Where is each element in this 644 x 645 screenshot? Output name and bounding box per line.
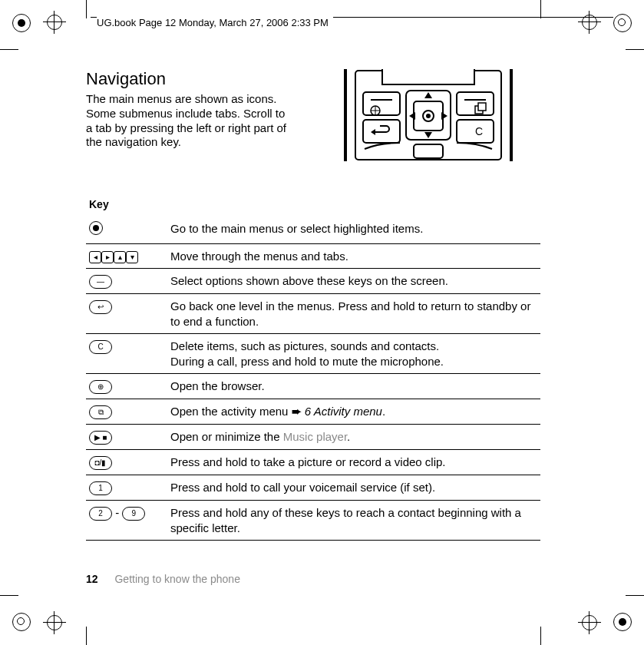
crop-tick-top-right-v — [540, 0, 541, 18]
phone-illustration: C — [316, 69, 540, 161]
svg-text:C: C — [475, 125, 483, 137]
table-row: ◂▸▴▾ Move through the menus and tabs. — [86, 243, 540, 269]
keys-2-9-icon: 2 - 9 — [86, 501, 167, 541]
activity-key-icon: ⧉ — [89, 405, 112, 419]
svg-rect-0 — [344, 69, 347, 161]
crop-cross-top-right — [578, 11, 601, 34]
back-key-icon: ↩ — [89, 300, 112, 314]
crop-tick-right-top-h — [626, 49, 644, 50]
key-1-icon: 1 — [89, 481, 112, 495]
header-text: UG.book Page 12 Monday, March 27, 2006 2… — [97, 17, 333, 28]
crop-tick-left-top-h — [0, 49, 18, 50]
softkey-icon: — — [89, 275, 112, 289]
svg-rect-4 — [363, 92, 400, 115]
table-row: ▶ ■ Open or minimize the Music player. — [86, 425, 540, 450]
svg-rect-24 — [414, 144, 443, 158]
key-desc: Select options shown above these keys on… — [167, 269, 540, 294]
crop-tick-bottom-right-v — [540, 627, 541, 645]
reg-mark-bottom-left — [12, 613, 31, 631]
key-desc: Press and hold to call your voicemail se… — [167, 475, 540, 501]
key-desc: Go to the main menus or select highlight… — [167, 217, 540, 243]
dpad-arrows-icon: ◂▸▴▾ — [86, 243, 167, 269]
globe-key-icon: ⊕ — [89, 380, 112, 394]
key-desc: Open or minimize the Music player. — [167, 425, 540, 450]
key-table: Go to the main menus or select highlight… — [86, 217, 540, 541]
key-desc: Press and hold to take a picture or reco… — [167, 450, 540, 475]
arrow-right-icon: ➨ — [292, 405, 302, 418]
page-content: Navigation The main menus are shown as i… — [86, 69, 540, 541]
crop-cross-bottom-left — [43, 611, 66, 634]
svg-rect-1 — [510, 69, 513, 161]
key-desc: Open the browser. — [167, 374, 540, 399]
svg-point-19 — [426, 114, 431, 118]
key-desc: Open the activity menu ➨ 6 Activity menu… — [167, 399, 540, 425]
svg-rect-12 — [478, 103, 486, 111]
table-row: ⧉ Open the activity menu ➨ 6 Activity me… — [86, 399, 540, 425]
crop-tick-right-bottom-h — [626, 595, 644, 596]
table-row: ◘/▮ Press and hold to take a picture or … — [86, 450, 540, 475]
reg-mark-top-right — [613, 14, 632, 32]
table-row: ↩ Go back one level in the menus. Press … — [86, 294, 540, 334]
crop-cross-top-left — [43, 11, 66, 34]
key-desc: Press and hold any of these keys to reac… — [167, 501, 540, 541]
crop-tick-left-bottom-h — [0, 595, 18, 596]
svg-rect-3 — [382, 69, 474, 84]
key-desc: Move through the menus and tabs. — [167, 243, 540, 269]
section-intro: The main menus are shown as icons. Some … — [86, 92, 293, 150]
key-table-heading: Key — [86, 198, 540, 210]
table-row: 1 Press and hold to call your voicemail … — [86, 475, 540, 501]
play-key-icon: ▶ ■ — [89, 431, 112, 445]
phone-keypad-icon: C — [340, 69, 517, 161]
reg-mark-top-left — [12, 14, 31, 32]
page-footer: 12 Getting to know the phone — [86, 573, 240, 585]
crop-tick-top-left-v — [86, 0, 87, 18]
camera-key-icon: ◘/▮ — [89, 456, 112, 470]
crop-tick-bottom-left-v — [86, 627, 87, 645]
page-number: 12 — [86, 573, 98, 585]
crop-cross-bottom-right — [578, 611, 601, 634]
table-row: C Delete items, such as pictures, sounds… — [86, 334, 540, 374]
section-title: Navigation — [86, 69, 293, 89]
reg-mark-bottom-right — [613, 613, 632, 631]
key-desc: Go back one level in the menus. Press an… — [167, 294, 540, 334]
c-key-icon: C — [89, 340, 112, 354]
chapter-title: Getting to know the phone — [114, 573, 239, 585]
table-row: 2 - 9 Press and hold any of these keys t… — [86, 501, 540, 541]
table-row: — Select options shown above these keys … — [86, 269, 540, 294]
key-desc: Delete items, such as pictures, sounds a… — [167, 334, 540, 374]
table-row: Go to the main menus or select highlight… — [86, 217, 540, 243]
table-row: ⊕ Open the browser. — [86, 374, 540, 399]
center-select-icon — [89, 221, 103, 235]
